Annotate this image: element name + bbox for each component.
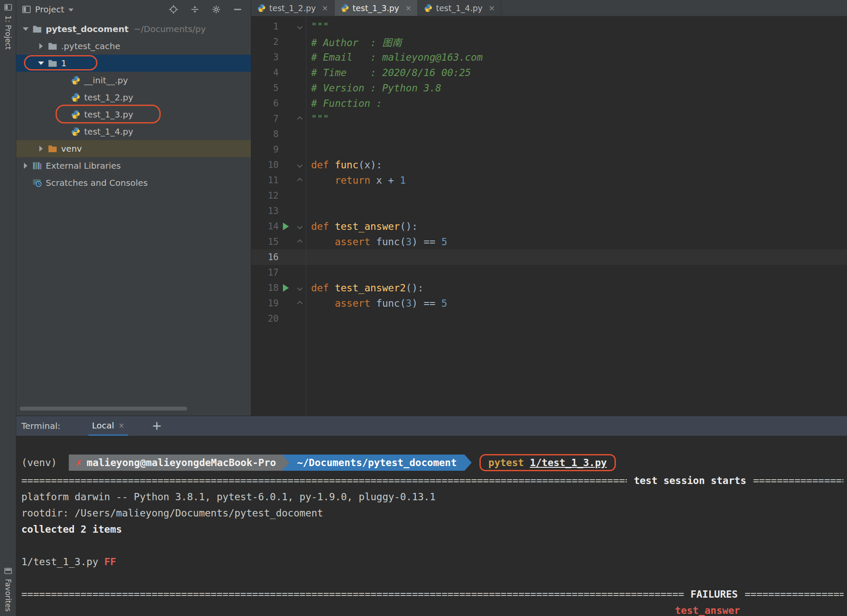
stripe-label-project[interactable]: 1: Project (4, 15, 12, 50)
tree-item-pytest-cache[interactable]: .pytest_cache (16, 38, 251, 55)
tree-item-dir-1[interactable]: 1 (16, 55, 251, 72)
code-line-12[interactable]: 12 (251, 188, 847, 203)
code-line-1[interactable]: 1""" (251, 19, 847, 34)
tree-item-external-libraries[interactable]: External Libraries (16, 157, 251, 174)
powerline-arrow-icon (465, 455, 472, 471)
fold-start-icon[interactable] (293, 286, 306, 290)
fail-status: FF (104, 556, 116, 567)
tree-item-test-1-2[interactable]: test_1_2.py (16, 89, 251, 106)
tree-item-root[interactable]: pytest_docoment~/Documents/py (16, 21, 251, 38)
code-text: return x + 1 (306, 175, 406, 186)
new-terminal-session-button[interactable]: + (152, 420, 162, 432)
code-line-2[interactable]: 2# Author : 图南 (251, 34, 847, 50)
close-icon[interactable]: × (488, 3, 495, 12)
tree-item-label: venv (61, 144, 82, 154)
chevron-right-icon[interactable] (36, 43, 46, 49)
terminal-separator: ========================================… (21, 586, 844, 602)
code-text: # Function : (306, 98, 382, 109)
code-text: def func(x): (306, 159, 382, 170)
fold-start-icon[interactable] (293, 163, 306, 167)
fold-start-icon[interactable] (293, 25, 306, 29)
toolwindow-icon (4, 3, 12, 11)
chevron-down-icon[interactable] (36, 62, 46, 65)
chevron-down-icon[interactable] (68, 9, 74, 12)
code-line-17[interactable]: 17 (251, 265, 847, 280)
tab-label: test_1_3.py (353, 3, 399, 13)
fold-start-icon[interactable] (293, 225, 306, 229)
code-line-3[interactable]: 3# Email : malieyong@163.com (251, 50, 847, 65)
tree-item-scratches[interactable]: Scratches and Consoles (16, 174, 251, 191)
tree-item-test-1-3[interactable]: test_1_3.py (16, 106, 251, 123)
chevron-right-icon[interactable] (21, 163, 31, 169)
hide-panel-icon[interactable] (233, 5, 242, 14)
code-line-11[interactable]: 11 return x + 1 (251, 173, 847, 188)
code-line-18[interactable]: 18def test_answer2(): (251, 280, 847, 296)
terminal-failure-header: ________________________________________… (21, 602, 844, 616)
close-icon[interactable]: × (118, 421, 124, 430)
code-text: assert func(3) == 5 (306, 236, 447, 247)
code-line-14[interactable]: 14def test_answer(): (251, 219, 847, 234)
line-number: 20 (251, 314, 279, 324)
favorites-stripe-button[interactable]: Favorites (0, 567, 16, 612)
powerline-arrow-icon (282, 455, 289, 471)
project-stripe-button[interactable]: 1: Project (0, 3, 16, 50)
line-number: 17 (251, 267, 279, 278)
chevron-down-icon[interactable] (21, 27, 31, 31)
status-x-icon: ✗ (76, 457, 82, 468)
tree-item-label: pytest_docoment (46, 24, 129, 34)
fold-end-icon[interactable] (293, 240, 306, 244)
code-line-20[interactable]: 20 (251, 311, 847, 326)
line-number: 10 (251, 160, 279, 170)
code-line-7[interactable]: 7""" (251, 111, 847, 126)
line-number: 11 (251, 175, 279, 185)
terminal-line: collected 2 items (21, 521, 844, 537)
terminal-tab-local[interactable]: Local × (88, 416, 128, 436)
folder-icon (48, 41, 57, 51)
line-number: 7 (251, 114, 279, 124)
fold-end-icon[interactable] (293, 179, 306, 182)
terminal-body[interactable]: (venv) ✗ malieyong@malieyongdeMacBook-Pr… (16, 436, 847, 616)
python-icon (71, 110, 80, 119)
editor-tabs: test_1_2.py×test_1_3.py×test_1_4.py× (251, 0, 847, 16)
code-line-4[interactable]: 4# Time : 2020/8/16 00:25 (251, 65, 847, 80)
terminal-separator: ========================================… (21, 472, 844, 489)
editor-tab-test_1_3.py[interactable]: test_1_3.py× (335, 0, 418, 16)
code-line-16[interactable]: 16 (251, 249, 847, 265)
code-line-6[interactable]: 6# Function : (251, 96, 847, 111)
chevron-right-icon[interactable] (36, 146, 46, 152)
code-line-15[interactable]: 15 assert func(3) == 5 (251, 234, 847, 249)
fold-end-icon[interactable] (293, 302, 306, 305)
horizontal-scrollbar[interactable] (20, 407, 187, 411)
editor-tab-test_1_4.py[interactable]: test_1_4.py× (418, 0, 501, 16)
collapse-all-icon[interactable] (190, 5, 200, 14)
code-text: """ (306, 21, 329, 32)
code-line-19[interactable]: 19 assert func(3) == 5 (251, 296, 847, 311)
code-line-10[interactable]: 10def func(x): (251, 157, 847, 173)
code-line-5[interactable]: 5# Version : Python 3.8 (251, 80, 847, 96)
stripe-label-favorites[interactable]: Favorites (4, 579, 12, 612)
tree-item-test-1-4[interactable]: test_1_4.py (16, 123, 251, 140)
fold-end-icon[interactable] (293, 117, 306, 121)
tree-item-label: .pytest_cache (61, 41, 121, 51)
run-test-icon[interactable] (279, 284, 293, 292)
close-icon[interactable]: × (405, 3, 412, 12)
gear-icon[interactable] (212, 5, 221, 14)
tree-item-venv[interactable]: venv (16, 140, 251, 157)
code-area[interactable]: 1"""2# Author : 图南3# Email : malieyong@1… (251, 16, 847, 416)
command-program: pytest (488, 457, 524, 468)
separator-label: test session starts (634, 475, 746, 486)
run-test-icon[interactable] (279, 223, 293, 230)
code-line-8[interactable]: 8 (251, 126, 847, 142)
terminal-blank-line (21, 537, 844, 554)
tree-item-init-py[interactable]: __init__.py (16, 72, 251, 89)
python-icon (71, 127, 80, 136)
code-line-9[interactable]: 9 (251, 142, 847, 157)
folder-orange-icon (48, 144, 57, 153)
project-view-title[interactable]: Project (35, 4, 64, 15)
code-line-13[interactable]: 13 (251, 203, 847, 219)
scratch-icon (32, 178, 42, 188)
close-icon[interactable]: × (322, 3, 328, 12)
editor: test_1_2.py×test_1_3.py×test_1_4.py× 1""… (251, 0, 847, 416)
locate-file-icon[interactable] (169, 5, 178, 14)
editor-tab-test_1_2.py[interactable]: test_1_2.py× (251, 0, 335, 16)
